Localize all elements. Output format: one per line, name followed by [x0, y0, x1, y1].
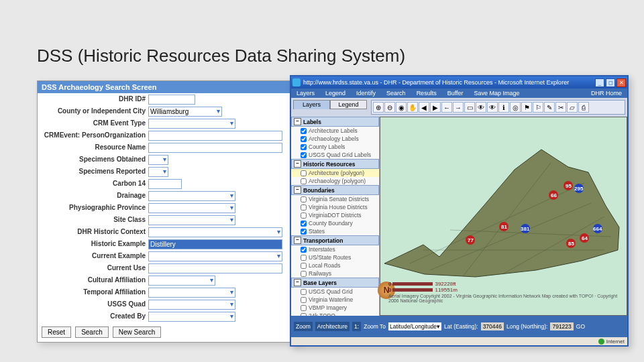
- layer-item[interactable]: Virginia House Districts: [291, 203, 379, 211]
- text-input[interactable]: [148, 131, 282, 141]
- maximize-button[interactable]: ◻: [606, 78, 615, 87]
- layer-group-header[interactable]: Transportation: [291, 235, 379, 245]
- layer-group-header[interactable]: Historic Resources: [291, 159, 379, 169]
- globe-icon[interactable]: ◉: [396, 102, 407, 113]
- new-search-button[interactable]: New Search: [113, 326, 161, 338]
- dropdown[interactable]: [148, 203, 235, 213]
- menu-item[interactable]: Legend: [320, 90, 351, 97]
- layer-item[interactable]: Virginia Waterline: [291, 296, 379, 304]
- arrow-right-blue-icon[interactable]: ▶: [430, 102, 441, 113]
- layer-checkbox[interactable]: [301, 196, 307, 202]
- go-button[interactable]: GO: [576, 323, 585, 330]
- dropdown[interactable]: [148, 312, 235, 322]
- target-icon[interactable]: ◎: [510, 102, 521, 113]
- menu-item[interactable]: Buffer: [442, 90, 469, 97]
- zoom-out-icon[interactable]: ⊖: [384, 102, 395, 113]
- layer-checkbox[interactable]: [301, 221, 307, 227]
- binoculars-icon[interactable]: 👁: [476, 102, 486, 113]
- layer-checkbox[interactable]: [301, 128, 307, 134]
- layer-item[interactable]: County Labels: [291, 143, 379, 151]
- layer-item[interactable]: County Boundary: [291, 219, 379, 227]
- map-viewport[interactable]: 77 81 381 66 95 295 664 85 64 N 0392228f…: [380, 117, 627, 316]
- layer-item[interactable]: USGS Quad Grid Labels: [291, 151, 379, 159]
- layer-checkbox[interactable]: [301, 247, 307, 253]
- dropdown[interactable]: [148, 251, 282, 261]
- dropdown[interactable]: [148, 215, 235, 225]
- hand-icon[interactable]: ✋: [407, 102, 418, 113]
- layer-checkbox[interactable]: [301, 152, 307, 158]
- layer-checkbox[interactable]: [301, 255, 307, 261]
- info-icon[interactable]: ℹ: [498, 102, 509, 113]
- close-button[interactable]: ✕: [616, 78, 626, 87]
- eraser-icon[interactable]: ▱: [567, 102, 578, 113]
- layer-checkbox[interactable]: [301, 136, 307, 142]
- flag-icon[interactable]: ⚑: [521, 102, 532, 113]
- dropdown[interactable]: [148, 276, 215, 286]
- lat-value[interactable]: 370446: [481, 322, 504, 330]
- dropdown[interactable]: Distillery: [148, 239, 282, 249]
- dropdown[interactable]: [148, 227, 282, 237]
- dropdown[interactable]: [148, 191, 235, 201]
- layer-item[interactable]: US/State Routes: [291, 253, 379, 261]
- zoom-in-icon[interactable]: ⊕: [373, 102, 384, 113]
- dropdown[interactable]: [148, 155, 168, 165]
- minimize-button[interactable]: _: [595, 78, 604, 87]
- layer-item[interactable]: Architecture (polygon): [291, 169, 379, 177]
- layer-checkbox[interactable]: [301, 263, 307, 269]
- dropdown[interactable]: Williamsburg: [148, 107, 222, 117]
- print-icon[interactable]: ⎙: [578, 102, 589, 113]
- layer-checkbox[interactable]: [301, 178, 307, 184]
- menu-item-dhr-home[interactable]: DHR Home: [586, 90, 627, 97]
- layer-checkbox[interactable]: [301, 271, 307, 277]
- menu-item[interactable]: Results: [411, 90, 442, 97]
- tab-layers[interactable]: Layers: [293, 100, 330, 109]
- layer-group-header[interactable]: Boundaries: [291, 185, 379, 195]
- dropdown[interactable]: [148, 119, 235, 129]
- layer-item[interactable]: 24k TOPO: [291, 312, 379, 316]
- dropdown[interactable]: [148, 167, 168, 177]
- tab-legend[interactable]: Legend: [330, 100, 367, 109]
- layer-checkbox[interactable]: [301, 297, 307, 303]
- pencil-icon[interactable]: ✎: [544, 102, 555, 113]
- menu-item[interactable]: Identify: [351, 90, 381, 97]
- long-value[interactable]: 791223: [550, 322, 573, 330]
- arrow-left-icon[interactable]: ←: [441, 102, 452, 113]
- dropdown[interactable]: [148, 300, 235, 310]
- menu-item[interactable]: Layers: [291, 90, 320, 97]
- layer-checkbox[interactable]: [301, 313, 307, 316]
- layer-item[interactable]: Archaeology Labels: [291, 135, 379, 143]
- scissors-icon[interactable]: ✂: [555, 102, 566, 113]
- layer-item[interactable]: USGS Quad Grid: [291, 288, 379, 296]
- arrow-left-blue-icon[interactable]: ◀: [419, 102, 429, 113]
- flag-r-icon[interactable]: ⚐: [533, 102, 543, 113]
- layer-item[interactable]: VBMP Imagery: [291, 304, 379, 312]
- text-input[interactable]: [148, 143, 282, 153]
- bb-arch[interactable]: Architecture: [315, 322, 350, 331]
- layer-checkbox[interactable]: [301, 289, 307, 295]
- binoculars-2-icon[interactable]: 👁: [487, 102, 498, 113]
- layer-item[interactable]: Interstates: [291, 245, 379, 253]
- layer-item[interactable]: VirginiaDOT Districts: [291, 211, 379, 219]
- layer-checkbox[interactable]: [301, 144, 307, 150]
- coord-mode-select[interactable]: Latitude/Longitude ▾: [388, 322, 441, 330]
- arrow-right-icon[interactable]: →: [453, 102, 464, 113]
- layer-checkbox[interactable]: [301, 170, 307, 176]
- layer-group-header[interactable]: Labels: [291, 117, 379, 127]
- bb-zoom[interactable]: Zoom: [294, 322, 313, 331]
- dropdown[interactable]: [148, 288, 235, 298]
- layer-checkbox[interactable]: [301, 204, 307, 210]
- text-input[interactable]: [148, 263, 282, 274]
- layer-item[interactable]: Railways: [291, 269, 379, 278]
- marquee-icon[interactable]: ▭: [464, 102, 475, 113]
- layer-item[interactable]: States: [291, 227, 379, 235]
- text-input[interactable]: [148, 179, 182, 189]
- text-input[interactable]: [148, 95, 195, 105]
- search-button[interactable]: Search: [75, 326, 109, 338]
- layer-group-header[interactable]: Base Layers: [291, 278, 379, 288]
- menu-item[interactable]: Save Map Image: [469, 90, 525, 97]
- layer-checkbox[interactable]: [301, 229, 307, 235]
- menu-item[interactable]: Search: [381, 90, 411, 97]
- layer-item[interactable]: Archaeology (polygon): [291, 177, 379, 185]
- layer-item[interactable]: Architecture Labels: [291, 127, 379, 135]
- layer-checkbox[interactable]: [301, 305, 307, 311]
